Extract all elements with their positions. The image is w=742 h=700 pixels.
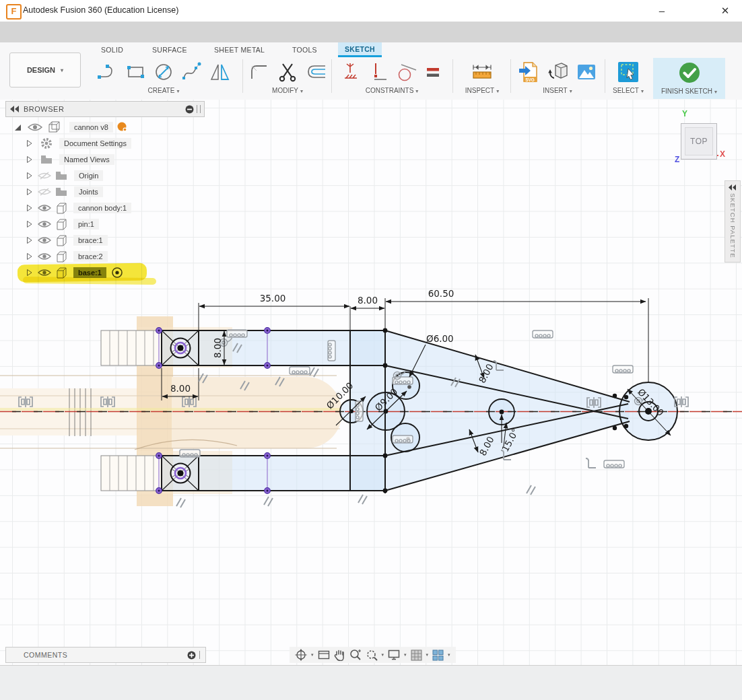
constraints-group-label[interactable]: CONSTRAINTS▾ xyxy=(366,87,419,94)
pin-hole-bottom[interactable] xyxy=(171,464,191,483)
eye-off-icon[interactable] xyxy=(38,187,51,197)
eye-icon[interactable] xyxy=(38,236,51,245)
insert-svg-icon[interactable]: SVG xyxy=(518,61,539,83)
expander-icon[interactable] xyxy=(27,237,32,244)
pin-hole-top[interactable] xyxy=(171,339,191,358)
eye-icon[interactable] xyxy=(28,123,42,132)
vertical-horizontal-constraint-icon[interactable] xyxy=(369,61,389,83)
tab-sheet-metal[interactable]: SHEET METAL xyxy=(207,42,271,57)
inspect-group-label[interactable]: INSPECT▾ xyxy=(465,87,499,94)
close-button[interactable]: ✕ xyxy=(715,4,735,18)
expand-panel-icon[interactable] xyxy=(729,184,737,190)
browser-item-brace-2[interactable]: brace:2 xyxy=(27,249,108,264)
browser-item-label[interactable]: cannon v8 xyxy=(69,122,113,133)
panel-grip[interactable] xyxy=(197,105,201,113)
browser-item-label[interactable]: pin:1 xyxy=(73,219,99,230)
sketch-palette-tab[interactable]: SKETCH PALETTE xyxy=(724,180,741,262)
browser-item-label[interactable]: cannon body:1 xyxy=(73,203,131,213)
insert-mesh-icon[interactable] xyxy=(546,61,569,83)
view-cube-face[interactable]: TOP xyxy=(685,127,713,155)
constraints-group: CONSTRAINTS▾ xyxy=(335,58,448,97)
insert-canvas-icon[interactable] xyxy=(576,61,597,83)
grid-settings-icon[interactable] xyxy=(411,650,422,661)
equal-constraint-icon[interactable] xyxy=(424,61,442,83)
browser-item-label[interactable]: brace:1 xyxy=(73,235,108,246)
browser-item-origin[interactable]: Origin xyxy=(27,168,103,183)
select-group-label[interactable]: SELECT▾ xyxy=(613,87,644,94)
grid-caret-icon[interactable]: ▾ xyxy=(426,652,429,658)
maximize-button[interactable] xyxy=(685,4,706,18)
browser-item-joints[interactable]: Joints xyxy=(27,184,103,199)
browser-item-label[interactable]: Joints xyxy=(74,186,103,197)
viewports-caret-icon[interactable]: ▾ xyxy=(448,652,450,658)
viewports-icon[interactable] xyxy=(432,650,444,661)
browser-item-brace-1[interactable]: brace:1 xyxy=(27,233,108,248)
measure-tool-icon[interactable] xyxy=(471,61,494,83)
spline-tool-icon[interactable] xyxy=(181,61,203,83)
tab-tools[interactable]: TOOLS xyxy=(285,42,324,57)
browser-item-label[interactable]: Named Views xyxy=(59,154,114,165)
browser-item-pin[interactable]: pin:1 xyxy=(27,217,99,232)
workspace-selector[interactable]: DESIGN ▾ xyxy=(9,53,81,88)
workspace-caret-icon: ▾ xyxy=(61,67,63,73)
browser-item-cannon-body[interactable]: cannon body:1 xyxy=(27,201,131,215)
expander-icon[interactable] xyxy=(27,253,32,260)
expander-icon[interactable] xyxy=(27,221,32,228)
orbit-icon[interactable] xyxy=(295,649,307,661)
comments-bar[interactable]: COMMENTS xyxy=(5,647,206,663)
tab-solid[interactable]: SOLID xyxy=(94,42,130,57)
select-tool-icon[interactable] xyxy=(617,61,639,83)
collapse-panel-icon[interactable] xyxy=(10,106,20,112)
fit-caret-icon[interactable]: ▾ xyxy=(382,652,384,658)
tab-sketch[interactable]: SKETCH xyxy=(338,42,382,57)
zoom-icon[interactable] xyxy=(349,649,362,661)
eye-icon[interactable] xyxy=(38,252,51,261)
line-tool-icon[interactable] xyxy=(96,61,118,83)
create-group-label[interactable]: CREATE▾ xyxy=(148,87,180,94)
tangent-constraint-icon[interactable] xyxy=(396,61,417,83)
finish-sketch-button[interactable]: FINISH SKETCH▾ xyxy=(653,58,725,99)
display-settings-icon[interactable] xyxy=(388,650,400,660)
expander-icon[interactable] xyxy=(27,156,32,163)
mirror-tool-icon[interactable] xyxy=(209,61,231,83)
trim-scissors-icon[interactable] xyxy=(277,61,298,83)
display-caret-icon[interactable]: ▾ xyxy=(404,652,407,658)
expander-icon[interactable] xyxy=(27,140,32,147)
tab-surface[interactable]: SURFACE xyxy=(145,42,194,57)
svg-text:8.00: 8.00 xyxy=(170,383,191,394)
orbit-caret-icon[interactable]: ▾ xyxy=(311,652,314,658)
eye-icon[interactable] xyxy=(38,219,51,229)
panel-grip[interactable] xyxy=(199,651,202,659)
minimize-button[interactable]: – xyxy=(652,4,672,18)
modify-group-label[interactable]: MODIFY▾ xyxy=(272,87,303,94)
view-cube[interactable]: TOP xyxy=(681,123,717,160)
remove-icon[interactable] xyxy=(185,105,194,114)
browser-item-label[interactable]: Document Settings xyxy=(59,138,131,149)
browser-header[interactable]: BROWSER xyxy=(5,101,205,117)
rectangle-tool-icon[interactable] xyxy=(125,61,146,83)
expander-icon[interactable] xyxy=(27,188,32,195)
browser-item-label[interactable]: brace:2 xyxy=(73,251,108,262)
fixed-constraint-icon[interactable] xyxy=(342,61,362,83)
look-at-icon[interactable] xyxy=(318,650,330,660)
comments-label: COMMENTS xyxy=(24,651,67,659)
browser-item-label[interactable]: Origin xyxy=(74,170,103,181)
add-comment-icon[interactable] xyxy=(187,651,196,660)
browser-item-root[interactable]: cannon v8 xyxy=(15,120,128,135)
pan-hand-icon[interactable] xyxy=(334,649,345,661)
expander-open-icon[interactable] xyxy=(15,125,21,131)
eye-icon[interactable] xyxy=(38,203,51,213)
fillet-tool-icon[interactable] xyxy=(248,61,270,83)
circle-tool-icon[interactable] xyxy=(153,61,174,83)
sketch-drawing[interactable]: 35.00 8.00 60.50 8.00 8.00 Ø6.00 Ø9.00 Ø… xyxy=(0,100,742,665)
workspace-label: DESIGN xyxy=(27,66,55,74)
svg-text:60.50: 60.50 xyxy=(428,288,454,299)
browser-item-document-settings[interactable]: Document Settings xyxy=(27,136,131,151)
eye-off-icon[interactable] xyxy=(38,171,51,180)
expander-icon[interactable] xyxy=(27,205,32,211)
fit-view-icon[interactable] xyxy=(366,649,378,661)
offset-tool-icon[interactable] xyxy=(305,61,327,83)
insert-group-label[interactable]: INSERT▾ xyxy=(543,87,572,94)
expander-icon[interactable] xyxy=(27,172,32,179)
browser-item-named-views[interactable]: Named Views xyxy=(27,152,114,167)
